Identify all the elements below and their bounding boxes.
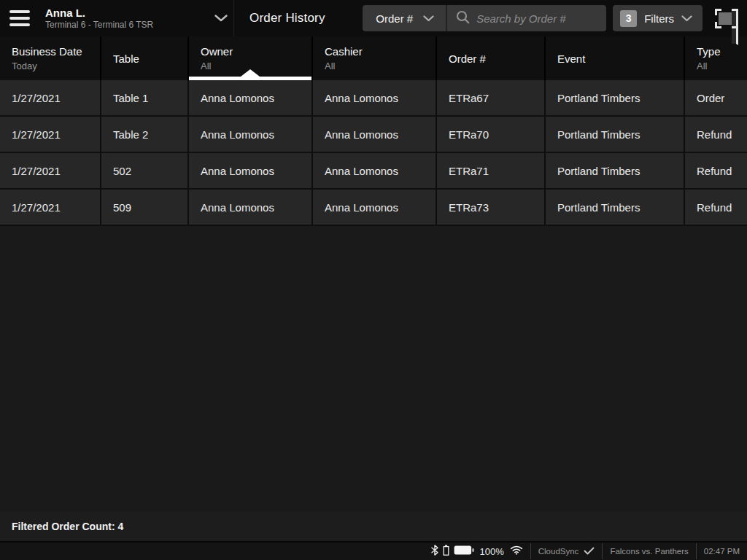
table-cell: Table 1 [101, 80, 189, 115]
table-cell: Portland Timbers [546, 153, 685, 188]
wifi-icon [510, 545, 523, 558]
table-cell: 502 [101, 153, 189, 188]
table-cell: ETRa71 [437, 153, 546, 188]
column-label: Table [113, 52, 187, 66]
filtered-count-label: Filtered Order Count: 4 [12, 521, 123, 532]
column-header-type[interactable]: TypeAll [685, 36, 747, 80]
column-header-table[interactable]: Table [101, 36, 189, 80]
user-name: Anna L. [45, 7, 214, 20]
table-cell: ETRa73 [437, 190, 546, 225]
bluetooth-icon [431, 545, 438, 559]
column-filter-value: All [697, 60, 747, 72]
table-cell: Portland Timbers [546, 190, 685, 225]
pos-app: Anna L. Terminal 6 - Terminal 6 TSR Orde… [0, 0, 747, 560]
table-cell: Anna Lomonos [189, 117, 313, 152]
table-cell: Anna Lomonos [313, 153, 437, 188]
column-label: Event [557, 52, 684, 66]
battery-icon [454, 545, 474, 558]
search-type-label: Order # [376, 12, 413, 25]
hamburger-icon [9, 10, 30, 13]
table-row[interactable]: 1/27/2021Table 2Anna LomonosAnna Lomonos… [0, 117, 747, 153]
clock: 02:47 PM [697, 542, 747, 560]
table-cell: Order [685, 80, 747, 115]
table-cell: Anna Lomonos [313, 117, 437, 152]
search-field [446, 5, 606, 31]
column-header-owner[interactable]: OwnerAll [189, 36, 313, 80]
chevron-down-icon [681, 15, 692, 22]
top-bar: Anna L. Terminal 6 - Terminal 6 TSR Orde… [0, 0, 747, 36]
topbar-divider [233, 0, 234, 36]
table-row[interactable]: 1/27/2021509Anna LomonosAnna LomonosETRa… [0, 190, 747, 226]
page-title: Order History [249, 11, 325, 26]
search-icon [456, 10, 470, 27]
terminal-label: Terminal 6 - Terminal 6 TSR [45, 20, 214, 31]
search-group: Order # [363, 5, 606, 31]
table-cell: 1/27/2021 [0, 153, 101, 188]
column-header-business-date[interactable]: Business DateToday [0, 36, 101, 80]
device-battery-icon [443, 545, 449, 559]
status-icons: 100% [427, 542, 530, 560]
search-type-dropdown[interactable]: Order # [363, 5, 446, 31]
filters-label: Filters [644, 12, 674, 25]
battery-percent: 100% [480, 546, 504, 557]
column-header-event[interactable]: Event [546, 36, 685, 80]
table-row[interactable]: 1/27/2021Table 1Anna LomonosAnna Lomonos… [0, 80, 747, 117]
column-filter-value: All [325, 60, 436, 72]
table-cell: Refund [685, 153, 747, 188]
table-cell: 1/27/2021 [0, 80, 101, 115]
table-cell: 1/27/2021 [0, 117, 101, 152]
table-cell: Anna Lomonos [313, 190, 437, 225]
filtered-count-bar: Filtered Order Count: 4 [0, 512, 747, 542]
user-terminal-selector[interactable]: Anna L. Terminal 6 - Terminal 6 TSR [45, 7, 228, 31]
table-cell: ETRa70 [437, 117, 546, 152]
table-body: 1/27/2021Table 1Anna LomonosAnna Lomonos… [0, 80, 747, 226]
menu-button[interactable] [9, 10, 31, 26]
current-event: Falcons vs. Panthers [603, 542, 695, 560]
table-cell: Table 2 [101, 117, 189, 152]
table-cell: ETRa67 [437, 80, 546, 115]
table-cell: Portland Timbers [546, 80, 685, 115]
column-label: Order # [449, 52, 544, 66]
chevron-down-icon [423, 15, 434, 22]
table-cell: Anna Lomonos [313, 80, 437, 115]
time-label: 02:47 PM [704, 547, 740, 556]
table-cell: Anna Lomonos [189, 80, 313, 115]
column-filter-value: All [201, 60, 311, 72]
table-empty-area [0, 226, 747, 512]
column-filter-value: Today [12, 60, 100, 72]
table-cell: 1/27/2021 [0, 190, 101, 225]
column-header-cashier[interactable]: CashierAll [313, 36, 437, 80]
table-header: Business DateTodayTableOwnerAllCashierAl… [0, 36, 747, 80]
column-label: Cashier [325, 44, 436, 58]
table-cell: Anna Lomonos [189, 190, 313, 225]
column-label: Owner [201, 44, 311, 58]
filters-button[interactable]: 3 Filters [613, 5, 703, 31]
chevron-down-icon [214, 15, 228, 22]
table-row[interactable]: 1/27/2021502Anna LomonosAnna LomonosETRa… [0, 153, 747, 190]
search-input[interactable] [476, 12, 606, 25]
fullscreen-icon [715, 9, 738, 28]
column-header-order[interactable]: Order # [437, 36, 546, 80]
column-label: Business Date [12, 44, 100, 58]
filters-count-badge: 3 [620, 10, 637, 27]
cloudsync-label: CloudSync [538, 547, 579, 556]
check-icon [584, 545, 595, 558]
table-cell: 509 [101, 190, 189, 225]
fullscreen-button[interactable] [715, 9, 738, 28]
cloudsync-status: CloudSync [531, 542, 603, 560]
table-cell: Refund [685, 117, 747, 152]
table-cell: Portland Timbers [546, 117, 685, 152]
event-label: Falcons vs. Panthers [610, 547, 688, 556]
column-label: Type [697, 44, 747, 58]
table-cell: Refund [685, 190, 747, 225]
table-cell: Anna Lomonos [189, 153, 313, 188]
status-bar: 100% CloudSync Falcons vs. Panthers 02:4… [0, 542, 747, 560]
